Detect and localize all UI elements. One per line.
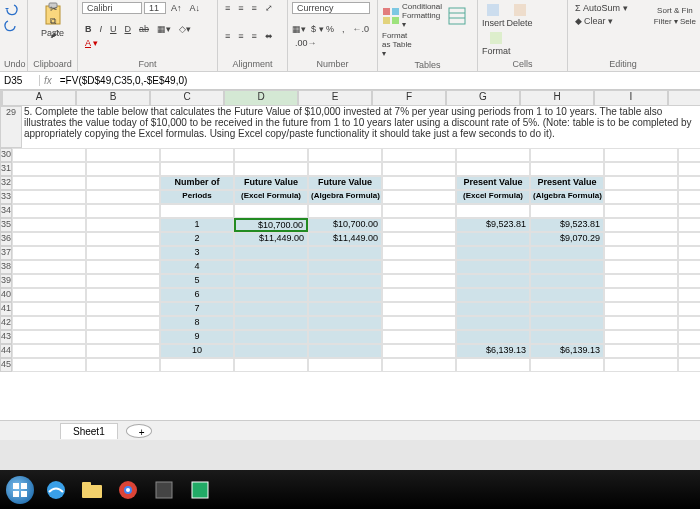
cell[interactable] <box>678 260 700 274</box>
name-box[interactable]: D35 <box>0 75 40 86</box>
cell[interactable]: 7 <box>160 302 234 316</box>
cond-fmt-label[interactable]: Conditional Formatting ▾ <box>402 2 446 29</box>
row-header[interactable]: 37 <box>0 246 12 260</box>
cell[interactable]: $6,139.13 <box>456 344 530 358</box>
clear-button[interactable]: ◆ Clear ▾ <box>572 15 616 27</box>
start-button[interactable] <box>6 476 34 504</box>
font-color-icon[interactable]: A▾ <box>82 37 101 49</box>
cell[interactable] <box>382 162 456 176</box>
cell[interactable] <box>12 148 86 162</box>
cell[interactable]: 1 <box>160 218 234 232</box>
cell[interactable]: (Algebra Formula) <box>530 190 604 204</box>
cell[interactable]: $11,449.00 <box>308 232 382 246</box>
formula-input[interactable]: =FV($D$49,C35,0,-$E$49,0) <box>56 75 188 86</box>
cell[interactable] <box>678 232 700 246</box>
cell[interactable] <box>604 344 678 358</box>
cell[interactable] <box>604 232 678 246</box>
cell[interactable] <box>530 288 604 302</box>
row-header[interactable]: 40 <box>0 288 12 302</box>
cell[interactable] <box>604 190 678 204</box>
spreadsheet-grid[interactable]: ABCDEFGHIJ 295. Complete the table below… <box>0 90 700 420</box>
cell[interactable] <box>530 274 604 288</box>
app-icon-2[interactable] <box>186 478 214 502</box>
cell[interactable] <box>160 148 234 162</box>
cell[interactable] <box>234 344 308 358</box>
cell[interactable] <box>678 162 700 176</box>
cell[interactable] <box>604 260 678 274</box>
cell[interactable] <box>308 246 382 260</box>
font-name-select[interactable]: Calibri <box>82 2 142 14</box>
cell[interactable] <box>604 218 678 232</box>
cell[interactable] <box>12 302 86 316</box>
cell[interactable] <box>86 316 160 330</box>
cell[interactable] <box>160 162 234 176</box>
cell[interactable] <box>456 330 530 344</box>
cell[interactable] <box>86 274 160 288</box>
cell[interactable] <box>456 274 530 288</box>
conditional-formatting-icon[interactable] <box>382 7 400 25</box>
cell[interactable]: Present Value <box>530 176 604 190</box>
cell[interactable] <box>604 288 678 302</box>
cell[interactable]: Future Value <box>308 176 382 190</box>
currency-button[interactable]: $ ▾ % <box>308 23 337 35</box>
cell[interactable] <box>678 246 700 260</box>
cell[interactable] <box>86 204 160 218</box>
column-header[interactable]: G <box>446 90 520 106</box>
cell[interactable] <box>12 246 86 260</box>
cell[interactable] <box>678 176 700 190</box>
cell[interactable]: $9,523.81 <box>530 218 604 232</box>
align-top-icon[interactable]: ≡ <box>222 2 233 14</box>
strike-icon[interactable]: ab <box>136 23 152 35</box>
delete-button[interactable]: Delete <box>507 2 533 28</box>
row-header[interactable]: 39 <box>0 274 12 288</box>
cell[interactable] <box>456 288 530 302</box>
cell[interactable] <box>456 316 530 330</box>
cell[interactable] <box>456 302 530 316</box>
accounting-icon[interactable]: ▦▾ <box>292 24 306 34</box>
row-header[interactable]: 33 <box>0 190 12 204</box>
cell[interactable] <box>86 218 160 232</box>
cell[interactable] <box>456 358 530 372</box>
comma-button[interactable]: , <box>339 23 348 35</box>
row-header[interactable]: 41 <box>0 302 12 316</box>
cell[interactable]: 6 <box>160 288 234 302</box>
undo-icon[interactable] <box>4 2 18 16</box>
fx-icon[interactable]: fx <box>40 75 56 86</box>
cell[interactable] <box>12 204 86 218</box>
column-header[interactable]: F <box>372 90 446 106</box>
cell[interactable] <box>678 330 700 344</box>
cell[interactable] <box>456 246 530 260</box>
fill-color-icon[interactable]: ◇▾ <box>176 23 194 35</box>
merge-icon[interactable]: ⬌ <box>262 30 276 42</box>
cell[interactable]: $10,700.00 <box>234 218 308 232</box>
align-bot-icon[interactable]: ≡ <box>249 2 260 14</box>
explorer-icon[interactable] <box>78 478 106 502</box>
cell[interactable] <box>308 316 382 330</box>
cell[interactable]: (Excel Formula) <box>456 190 530 204</box>
cell[interactable] <box>12 176 86 190</box>
cell[interactable] <box>382 288 456 302</box>
cell[interactable]: 3 <box>160 246 234 260</box>
format-table-icon[interactable] <box>448 7 466 25</box>
cell[interactable] <box>456 204 530 218</box>
redo-icon[interactable] <box>4 18 18 32</box>
cell[interactable]: 10 <box>160 344 234 358</box>
cell[interactable] <box>678 218 700 232</box>
cell[interactable] <box>678 148 700 162</box>
align-left-icon[interactable]: ≡ <box>222 30 233 42</box>
column-header[interactable]: E <box>298 90 372 106</box>
align-right-icon[interactable]: ≡ <box>249 30 260 42</box>
cell[interactable] <box>234 302 308 316</box>
cell[interactable]: Periods <box>160 190 234 204</box>
column-header[interactable]: H <box>520 90 594 106</box>
cell[interactable] <box>456 260 530 274</box>
cell[interactable] <box>86 330 160 344</box>
cell[interactable] <box>604 162 678 176</box>
cell[interactable] <box>678 316 700 330</box>
cell[interactable] <box>308 330 382 344</box>
cell[interactable] <box>382 358 456 372</box>
cell[interactable] <box>604 148 678 162</box>
cell[interactable] <box>678 274 700 288</box>
cell[interactable]: Future Value <box>234 176 308 190</box>
app-icon[interactable] <box>150 478 178 502</box>
